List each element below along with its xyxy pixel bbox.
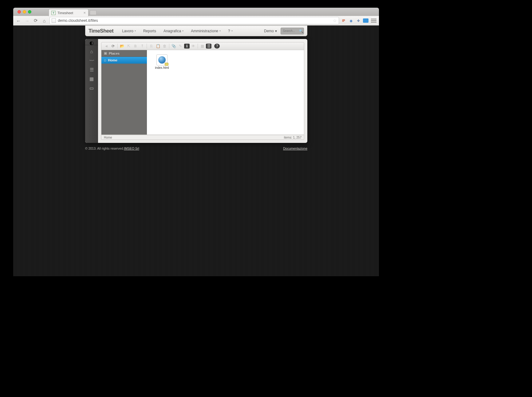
footer-docs-link[interactable]: Documentazione — [283, 147, 307, 150]
file-item[interactable]: index.html — [154, 54, 170, 69]
home-button[interactable]: ⌂ — [41, 17, 48, 24]
separator — [147, 44, 147, 49]
app-sidebar: ◐ ⌂ 〰 ☰ ▦ ▭ — [85, 39, 98, 143]
fm-preview-icon[interactable]: 👁 — [190, 43, 196, 49]
zoom-window-button[interactable] — [28, 10, 31, 14]
fm-status-bar: Home items: 1, 257 — [101, 135, 304, 140]
browser-tab-bar: T Timesheet × — [13, 8, 379, 16]
user-name-label: Demo — [264, 29, 274, 33]
fm-newfile-icon[interactable]: 🗎 — [132, 43, 139, 49]
app-nav: Lavoro▾ Reports Anagrafica▾ Amministrazi… — [118, 29, 236, 33]
close-window-button[interactable] — [18, 10, 21, 14]
nav-help-label: ? — [228, 29, 230, 33]
page-icon — [52, 18, 56, 23]
sidebar-activity-icon[interactable]: 〰 — [89, 57, 95, 64]
search-icon[interactable]: 🔍 — [299, 29, 303, 33]
chevron-down-icon: ▾ — [135, 29, 136, 32]
fm-main: ▣ Places ⌂ Home — [101, 50, 304, 135]
browser-menu-button[interactable] — [370, 18, 377, 23]
nav-reports-label: Reports — [143, 29, 156, 33]
page-content: TimeSheet Lavoro▾ Reports Anagrafica▾ Am… — [13, 26, 379, 276]
html-file-icon — [156, 54, 167, 65]
folder-icon: ▣ — [104, 51, 107, 55]
nav-anagrafica[interactable]: Anagrafica▾ — [160, 29, 187, 33]
search-input[interactable] — [283, 29, 299, 33]
fm-file-view[interactable]: index.html — [147, 50, 304, 135]
separator — [198, 44, 198, 49]
fm-reload-icon[interactable]: ⟳ — [110, 43, 116, 49]
fm-upload-icon[interactable]: ⤒ — [139, 43, 145, 49]
fm-toolbar: ◄ ⟳ 📂 ⇱ 🗎 ⤒ ⎘ 📋 🗑 📎 ✎ ℹ 👁 — [101, 42, 304, 50]
nav-lavoro-label: Lavoro — [122, 29, 133, 33]
sidebar-calendar-icon[interactable]: ▦ — [89, 76, 95, 82]
fm-info-icon[interactable]: ℹ — [184, 44, 190, 49]
fm-paste-icon[interactable]: 📋 — [155, 43, 161, 49]
separator — [213, 44, 213, 49]
fm-attach-icon[interactable]: 📎 — [171, 43, 177, 49]
tree-places-header[interactable]: ▣ Places — [101, 50, 147, 57]
fm-list-view-icon[interactable]: ☰ — [206, 44, 211, 49]
minimize-window-button[interactable] — [23, 10, 26, 14]
nav-anagrafica-label: Anagrafica — [164, 29, 181, 33]
screen-extension-icon[interactable] — [363, 18, 368, 23]
share-extension-icon[interactable]: ✣ — [356, 18, 361, 23]
app-logo: TimeSheet — [89, 28, 113, 34]
status-items: items: 1, 257 — [284, 136, 301, 139]
globe-extension-icon[interactable]: ◉ — [348, 18, 354, 23]
tree-places-label: Places — [109, 52, 120, 55]
nav-amministrazione[interactable]: Amministrazione▾ — [187, 29, 224, 33]
sidebar-card-icon[interactable]: ▭ — [89, 85, 95, 91]
sidebar-stack-icon[interactable]: ☰ — [89, 67, 95, 73]
lock-badge-icon — [165, 63, 168, 66]
chevron-down-icon: ▾ — [182, 29, 183, 32]
nav-lavoro[interactable]: Lavoro▾ — [118, 29, 140, 33]
footer-company-link[interactable]: IMSEO Srl — [124, 147, 139, 150]
fm-back-icon[interactable]: ◄ — [103, 43, 109, 49]
browser-tab[interactable]: T Timesheet × — [49, 9, 89, 16]
separator — [169, 44, 169, 49]
sidebar-pointer-icon — [98, 83, 100, 86]
url-text: demo.cloudsheet.it/files — [58, 18, 98, 23]
chevron-down-icon: ▾ — [275, 29, 277, 33]
new-tab-button[interactable] — [90, 10, 97, 15]
tab-title: Timesheet — [57, 11, 73, 15]
bookmark-star-icon[interactable]: ☆ — [333, 18, 337, 23]
fm-delete-icon[interactable]: 🗑 — [162, 43, 168, 49]
user-menu[interactable]: Demo▾ — [264, 29, 277, 33]
forward-button[interactable]: → — [24, 17, 30, 24]
fm-edit-icon[interactable]: ✎ — [177, 43, 183, 49]
chevron-down-icon: ▾ — [219, 29, 221, 32]
reload-button[interactable]: ⟳ — [32, 17, 39, 24]
search-box[interactable]: 🔍 — [281, 28, 304, 34]
app-footer: © 2013. All rights reserved. IMSEO Srl D… — [85, 147, 307, 150]
tree-home-label: Home — [108, 58, 117, 62]
nav-help[interactable]: ?▾ — [224, 29, 236, 33]
fm-grid-view-icon[interactable]: ▦ — [199, 43, 205, 49]
nav-amministrazione-label: Amministrazione — [191, 29, 218, 33]
sidebar-home-icon[interactable]: ⌂ — [89, 48, 95, 54]
url-field[interactable]: demo.cloudsheet.it/files ☆ — [49, 17, 339, 24]
extension-icons: IP ◉ ✣ — [341, 18, 368, 23]
footer-copyright: © 2013. All rights reserved. — [85, 147, 124, 150]
browser-window: T Timesheet × ← → ⟳ ⌂ demo.cloudsheet.it… — [13, 8, 379, 276]
home-icon: ⌂ — [104, 58, 106, 62]
fm-folder-up-icon[interactable]: ⇱ — [126, 43, 132, 49]
fm-open-icon[interactable]: 📂 — [119, 43, 125, 49]
ip-extension-icon[interactable]: IP — [341, 18, 346, 23]
tree-home-item[interactable]: ⌂ Home — [101, 57, 147, 64]
file-manager: ◄ ⟳ 📂 ⇱ 🗎 ⤒ ⎘ 📋 🗑 📎 ✎ ℹ 👁 — [98, 39, 307, 143]
app-header: TimeSheet Lavoro▾ Reports Anagrafica▾ Am… — [85, 26, 307, 36]
tab-close-button[interactable]: × — [83, 10, 86, 15]
tab-favicon: T — [51, 11, 56, 15]
chevron-down-icon: ▾ — [231, 29, 233, 32]
separator — [117, 44, 118, 49]
globe-icon — [158, 56, 166, 64]
sidebar-tab[interactable]: ◐ — [85, 41, 98, 45]
nav-reports[interactable]: Reports — [140, 29, 160, 33]
back-button[interactable]: ← — [15, 17, 22, 24]
fm-copy-icon[interactable]: ⎘ — [148, 43, 154, 49]
browser-nav-bar: ← → ⟳ ⌂ demo.cloudsheet.it/files ☆ IP ◉ … — [13, 16, 379, 26]
window-controls — [16, 10, 33, 14]
fm-help-icon[interactable]: ? — [214, 44, 220, 49]
app-body: ◐ ⌂ 〰 ☰ ▦ ▭ ◄ ⟳ 📂 ⇱ 🗎 ⤒ ⎘ 📋 — [85, 39, 307, 143]
